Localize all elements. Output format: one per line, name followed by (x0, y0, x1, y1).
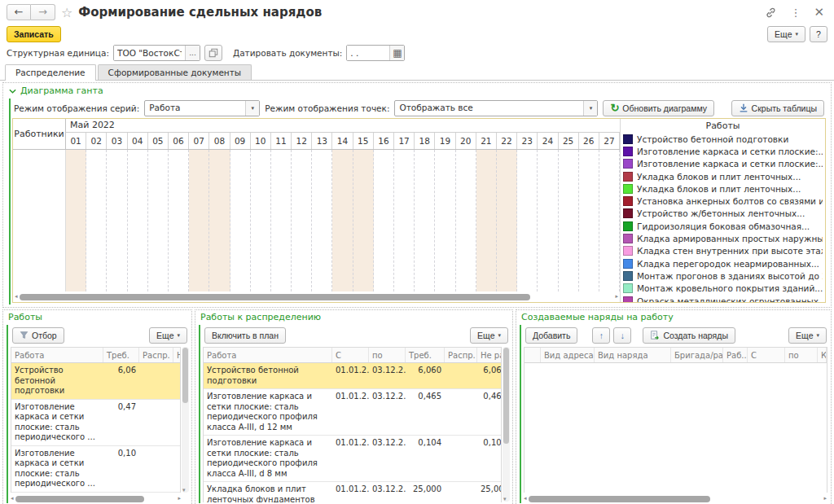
tab-formed-documents[interactable]: Сформированные документы (98, 64, 252, 80)
column-header: Вид наряда (595, 348, 671, 362)
legend-list: Устройство бетонной подготовкиИзготовлен… (623, 133, 823, 302)
gantt-section-toggle[interactable]: Диаграмма ганта (3, 83, 831, 97)
move-up-button[interactable]: ↑ (592, 327, 610, 344)
scroll-thumb[interactable] (529, 496, 711, 502)
distribution-more-button[interactable]: Еще▾ (470, 327, 508, 344)
structural-unit-open-button[interactable] (204, 45, 222, 61)
scroll-thumb[interactable] (182, 348, 188, 403)
tab-distribution[interactable]: Распределение (5, 64, 96, 81)
scroll-left-icon[interactable]: ◂ (524, 496, 527, 502)
works-more-button[interactable]: Еще▾ (149, 327, 187, 344)
scroll-thumb[interactable] (20, 294, 531, 300)
table-row[interactable]: Изготовление каркаса и сетки плоские: ст… (11, 446, 180, 493)
legend-swatch-icon (623, 283, 633, 293)
save-button[interactable]: Записать (7, 26, 61, 42)
cell-req: 25,000 (406, 482, 445, 502)
create-orders-button[interactable]: Создать наряды (643, 327, 735, 344)
structural-unit-select-button[interactable]: ... (185, 46, 200, 60)
hide-tables-button[interactable]: Скрыть таблицы (731, 100, 824, 116)
scroll-thumb[interactable] (503, 348, 509, 444)
gantt-horizontal-scrollbar[interactable]: ◂ ▸ (15, 292, 618, 301)
works-panel-title: Работы (3, 310, 191, 323)
scroll-down-icon[interactable]: ▾ (182, 488, 186, 493)
calendar-button[interactable]: ▦ (389, 46, 404, 60)
more-dots-icon[interactable]: ⋮ (790, 7, 801, 19)
table-row[interactable]: Укладка блоков и плит ленточных фундамен… (11, 493, 180, 493)
table-row[interactable]: Изготовление каркаса и сетки плоские: ст… (204, 436, 501, 482)
move-down-button[interactable]: ↓ (613, 327, 631, 344)
points-mode-combo[interactable]: Отображать все ▾ (394, 100, 598, 116)
add-button[interactable]: Добавить (525, 327, 577, 344)
day-column-13 (312, 150, 332, 291)
scroll-left-icon[interactable]: ◂ (11, 496, 14, 502)
orders-table: Вид адреса...Вид нарядаБригада/ра...Раб.… (524, 347, 827, 493)
refresh-diagram-button[interactable]: ↻ Обновить диаграмму (603, 100, 714, 116)
orders-horizontal-scrollbar[interactable]: ◂ ▸ (524, 494, 827, 503)
legend-label: Кладка армированных простых наружных... (637, 234, 823, 243)
day-header-03: 03 (107, 133, 127, 149)
cell-req: 25,00 (103, 493, 139, 493)
legend-label: Кладка перегородок неармированных... (637, 259, 819, 269)
orders-more-button[interactable]: Еще▾ (788, 327, 827, 344)
day-header-19: 19 (435, 133, 455, 149)
works-table: РаботаТреб.Распр.Н Устройство бетонной п… (11, 347, 181, 493)
series-mode-combo[interactable]: Работа ▾ (144, 100, 260, 116)
chevron-down-icon (9, 89, 16, 94)
cell-from: 01.01.2... (332, 363, 369, 388)
distribution-vertical-scrollbar[interactable]: ▾ (503, 347, 510, 502)
day-column-26 (579, 150, 599, 291)
favorite-star-icon[interactable]: ☆ (61, 5, 72, 20)
forward-button[interactable]: → (31, 4, 55, 20)
scroll-down-icon[interactable]: ▾ (503, 497, 507, 502)
column-header: по (785, 348, 818, 362)
scroll-thumb[interactable] (15, 496, 144, 502)
table-row[interactable]: Устройство бетонной подготовки6,06 (11, 363, 180, 400)
cell-work: Изготовление каркаса и сетки плоские: ст… (11, 446, 103, 492)
help-button[interactable]: ? (810, 26, 827, 42)
include-in-plan-button[interactable]: Включить в план (204, 327, 286, 344)
gantt-legend: Работы Устройство бетонной подготовкиИзг… (620, 119, 825, 302)
form-more-button[interactable]: Еще▾ (767, 26, 805, 42)
scroll-left-icon[interactable]: ◂ (15, 294, 18, 300)
day-column-21 (476, 150, 497, 291)
orders-panel-title: Создаваемые наряды на работу (516, 310, 831, 323)
day-header-27: 27 (599, 133, 620, 149)
works-vertical-scrollbar[interactable]: ▾ (182, 347, 189, 493)
legend-label: Устройство ж/бетонных ленточных... (637, 208, 805, 218)
command-bar: Записать Еще▾ ? (0, 24, 834, 43)
legend-label: Изготовление каркаса и сетки плоские:... (637, 147, 823, 156)
date-documents-group: ▦ (346, 45, 405, 61)
date-documents-input[interactable] (347, 46, 389, 60)
table-row[interactable]: Изготовление каркаса и сетки плоские: ст… (204, 389, 501, 436)
close-icon[interactable]: ✕ (814, 5, 824, 20)
legend-swatch-icon (623, 221, 633, 231)
scroll-right-icon[interactable]: ▸ (615, 294, 618, 300)
date-documents-label: Датировать документы: (233, 48, 342, 58)
scroll-right-icon[interactable]: ▸ (823, 496, 827, 502)
day-header-23: 23 (517, 133, 538, 149)
legend-item: Укладка блоков и плит ленточных... (623, 170, 823, 182)
day-header-14: 14 (332, 133, 353, 149)
cell-req: 0,47 (103, 400, 139, 445)
table-row[interactable]: Устройство бетонной подготовки01.01.2...… (204, 363, 501, 389)
more-label: Еще (775, 29, 792, 39)
scroll-right-icon[interactable]: ▸ (178, 496, 181, 502)
works-horizontal-scrollbar[interactable]: ◂ ▸ (11, 494, 181, 503)
link-icon[interactable] (765, 7, 777, 19)
cell-raspr (445, 389, 477, 435)
back-button[interactable]: ← (7, 4, 31, 20)
gantt-section: Диаграмма ганта Режим отображения серий:… (2, 82, 832, 308)
more-label: Еще (796, 331, 813, 340)
legend-swatch-icon (623, 134, 633, 144)
table-row[interactable]: Укладка блоков и плит ленточных фундамен… (204, 482, 501, 502)
table-row[interactable]: Изготовление каркаса и сетки плоские: ст… (11, 400, 180, 446)
day-column-11 (271, 150, 292, 291)
structural-unit-input[interactable] (114, 46, 185, 60)
day-column-07 (189, 150, 209, 291)
cell-req: 0,465 (406, 389, 445, 435)
gantt-section-title: Диаграмма ганта (20, 85, 103, 96)
workers-header: Работники (13, 119, 66, 149)
filter-button[interactable]: Отбор (12, 327, 64, 344)
legend-label: Укладка блоков и плит ленточных... (637, 184, 801, 194)
legend-label: Изготовление каркаса и сетки плоские:... (637, 159, 823, 169)
